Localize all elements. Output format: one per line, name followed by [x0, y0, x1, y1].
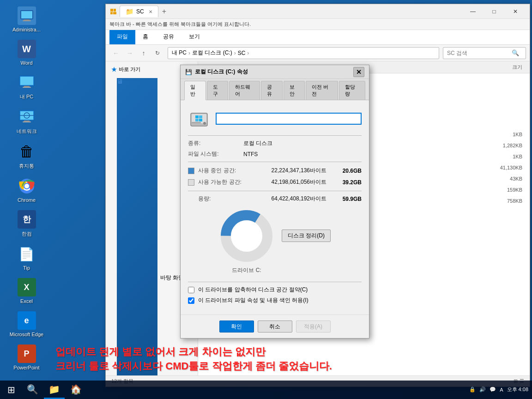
network-icon-label: 네트워크	[17, 128, 37, 135]
capacity-bytes: 64,422,408,192바이트	[272, 195, 326, 203]
svg-point-17	[24, 184, 29, 188]
file-size-11: 758KB	[480, 198, 526, 204]
desktop-folder-icon: 🖥	[117, 78, 157, 375]
divider2	[188, 162, 362, 162]
apply-button[interactable]: 적용(A)	[296, 320, 331, 332]
file-size-5: 1KB	[480, 132, 526, 137]
cancel-button[interactable]: 취소	[258, 320, 292, 332]
dialog-title: 로컬 디스크 (C:) 속성	[195, 68, 248, 76]
desktop-icon-network[interactable]: 네트워크	[6, 106, 48, 137]
ribbon-tab-share[interactable]: 공유	[156, 30, 181, 44]
dialog-titlebar: 💾 로컬 디스크 (C:) 속성 ✕	[181, 65, 369, 79]
desktop-icon-hancom[interactable]: 한 한컴	[6, 208, 48, 239]
dialog-tab-sharing[interactable]: 공유	[261, 81, 283, 100]
new-tab-button[interactable]: +	[162, 7, 166, 16]
taskbar: ⊞ 🔍 📁 🏠 🔒 🔊 💬 A 오후 4:08	[0, 381, 532, 399]
used-space-row: 사용 중인 공간: 22,224,347,136바이트 20.6GB	[188, 167, 362, 175]
svg-rect-23	[199, 115, 202, 118]
used-space-bytes: 22,224,347,136바이트	[272, 167, 326, 175]
divider4	[188, 282, 362, 282]
dialog-tab-previous[interactable]: 이전 버전	[306, 81, 338, 100]
dialog-drive-icon: 💾	[185, 69, 192, 75]
color-checkbox[interactable]	[188, 297, 194, 304]
file-size-8: 41,130KB	[480, 165, 526, 170]
clock-time: 오후 4:08	[507, 386, 528, 393]
free-color-box	[188, 179, 194, 186]
taskbar-search[interactable]: 🔍	[22, 381, 43, 399]
dialog-tab-tools[interactable]: 도구	[207, 81, 229, 100]
tab-close-button[interactable]: ✕	[149, 9, 152, 14]
close-button[interactable]: ✕	[505, 4, 526, 19]
dialog-tab-security[interactable]: 보안	[284, 81, 305, 100]
drive-name-input[interactable]	[216, 113, 362, 125]
nav-buttons: ← → ↑ ↻	[109, 47, 164, 60]
used-color-box	[188, 168, 194, 174]
refresh-button[interactable]: ↻	[151, 47, 164, 60]
svg-rect-12	[24, 121, 30, 121]
address-bar[interactable]: 내 PC › 로컬 디스크 (C:) › SC ›	[168, 47, 439, 59]
desktop-icon-admin[interactable]: Administra...	[6, 5, 48, 34]
desktop-icon-chrome[interactable]: Chrome	[6, 175, 48, 205]
drive-header	[188, 108, 362, 130]
disk-cleanup-button[interactable]: 디스크 정리(D)	[282, 230, 331, 242]
desktop-icon-edge[interactable]: e Microsoft Edge	[6, 309, 48, 339]
desktop-icon-ppt[interactable]: P PowerPoint	[6, 343, 48, 372]
maximize-button[interactable]: □	[484, 4, 505, 19]
tip-icon: 📄	[18, 245, 36, 263]
ribbon-tab-view[interactable]: 보기	[181, 30, 207, 44]
dialog-close-button[interactable]: ✕	[353, 67, 364, 77]
dialog-buttons: 확인 취소 적용(A)	[181, 314, 369, 338]
desktop-icon-excel[interactable]: X Excel	[6, 276, 48, 306]
tray-msg-icon: 💬	[490, 387, 496, 393]
compress-checkbox-row: 이 드라이브를 압축하여 디스크 공간 절약(C)	[188, 286, 362, 294]
minimize-button[interactable]: —	[462, 4, 484, 19]
admin-icon-label: Administra...	[12, 27, 41, 32]
tab-sc[interactable]: 📁 SC ✕	[120, 6, 158, 17]
file-size-6: 1,282KB	[480, 143, 526, 148]
desktop-icons-area: Administra... W Word 내 PC	[0, 0, 53, 379]
desktop-icon-recycle[interactable]: 🗑 휴지통	[6, 140, 48, 171]
back-button[interactable]: ←	[109, 47, 122, 60]
tray-lang-icon: A	[500, 387, 503, 393]
compress-checkbox[interactable]	[188, 287, 194, 293]
breadcrumb-sc: SC	[238, 50, 246, 56]
desktop-icon-mypc[interactable]: 내 PC	[6, 71, 48, 102]
search-input[interactable]	[447, 50, 512, 56]
svg-rect-22	[195, 115, 199, 118]
forward-button[interactable]: →	[123, 47, 136, 60]
desktop-icon-tip[interactable]: 📄 Tip	[6, 243, 48, 272]
desktop-icon-word[interactable]: W Word	[6, 38, 48, 67]
taskbar-explorer[interactable]: 📁	[44, 381, 65, 399]
type-label: 종류:	[188, 139, 243, 147]
dialog-tab-quota[interactable]: 할당량	[339, 81, 365, 100]
excel-icon-label: Excel	[20, 298, 33, 304]
taskbar-right: 🔒 🔊 💬 A 오후 4:08	[466, 386, 532, 393]
dialog-tab-hardware[interactable]: 하드웨어	[229, 81, 260, 100]
taskbar-home[interactable]: 🏠	[66, 381, 86, 399]
search-box[interactable]: 🔍	[443, 47, 526, 59]
up-button[interactable]: ↑	[137, 47, 150, 60]
ribbon-tab-home[interactable]: 홈	[135, 30, 156, 44]
svg-point-20	[203, 122, 206, 125]
chrome-icon	[18, 177, 36, 195]
info-fs-row: 파일 시스템: NTFS	[188, 150, 362, 158]
dialog-tab-general[interactable]: 일반	[184, 81, 206, 100]
breadcrumb-mypc: 내 PC	[172, 49, 187, 57]
fs-label: 파일 시스템:	[188, 150, 243, 158]
start-button[interactable]: ⊞	[0, 381, 22, 399]
svg-rect-24	[195, 119, 199, 121]
free-space-bytes: 42,198,061,056바이트	[272, 178, 326, 186]
capacity-label: 용량:	[198, 195, 272, 203]
dialog-content: 종류: 로컬 디스크 파일 시스템: NTFS 사용 중인 공간: 22,224…	[181, 100, 369, 314]
mypc-icon	[18, 73, 36, 91]
ribbon-tab-file[interactable]: 파일	[109, 30, 135, 44]
fs-value: NTFS	[243, 151, 362, 157]
svg-rect-13	[23, 121, 31, 122]
compress-label: 이 드라이브를 압축하여 디스크 공간 절약(C)	[198, 286, 308, 294]
tip-icon-label: Tip	[23, 265, 30, 271]
ok-button[interactable]: 확인	[219, 320, 254, 332]
desktop: Administra... W Word 내 PC	[0, 0, 532, 399]
used-space-gb: 20.6GB	[334, 168, 362, 174]
free-space-row: 사용 가능한 공간: 42,198,061,056바이트 39.2GB	[188, 178, 362, 186]
word-icon: W	[18, 40, 36, 58]
